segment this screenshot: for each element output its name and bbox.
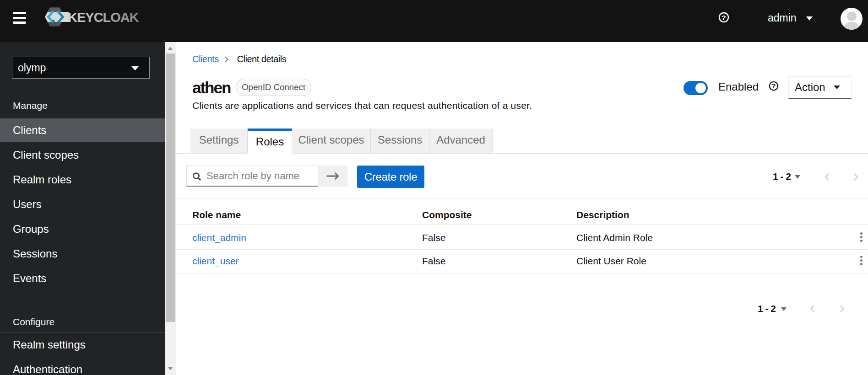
svg-text:KEYCLOAK: KEYCLOAK (68, 10, 139, 25)
svg-text:?: ? (772, 82, 776, 90)
svg-text:?: ? (722, 14, 726, 21)
